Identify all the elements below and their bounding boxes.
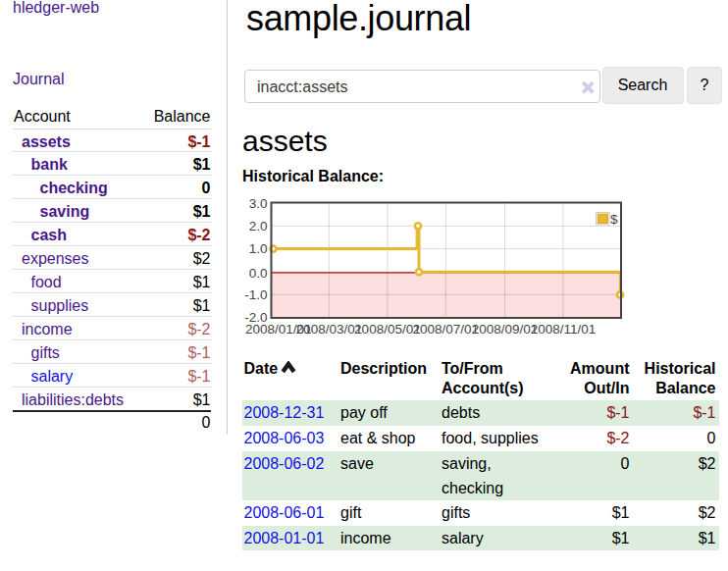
svg-text:2008/09/01: 2008/09/01: [472, 322, 539, 337]
svg-text:2008/11/01: 2008/11/01: [531, 322, 597, 337]
svg-text:2008/05/01: 2008/05/01: [354, 322, 421, 337]
svg-text:2008/03/01: 2008/03/01: [296, 322, 363, 337]
svg-text:2008/07/01: 2008/07/01: [413, 322, 480, 337]
svg-text:1.0: 1.0: [249, 241, 268, 256]
svg-text:2.0: 2.0: [249, 219, 268, 234]
svg-text:-1.0: -1.0: [244, 287, 267, 302]
svg-text:$: $: [610, 212, 618, 227]
svg-text:0.0: 0.0: [249, 266, 268, 281]
svg-text:3.0: 3.0: [249, 196, 268, 211]
